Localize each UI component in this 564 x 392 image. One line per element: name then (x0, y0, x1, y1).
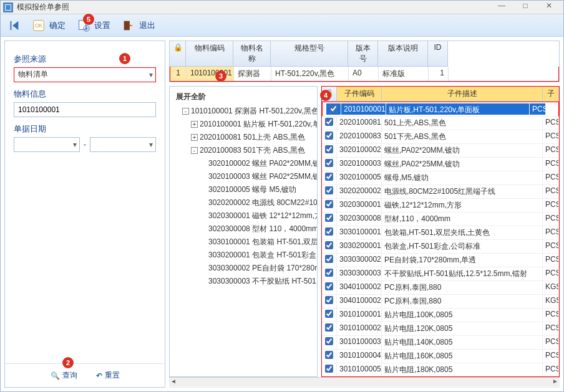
child-row[interactable]: 3020100002螺丝,PA02*20MM,镀叻PCS (322, 144, 559, 158)
col-id[interactable]: ID (428, 41, 448, 67)
collapse-icon[interactable]: - (182, 108, 189, 115)
tree-node[interactable]: 3020200002 电源线 80CM22#1005红黑 (172, 196, 314, 209)
child-row[interactable]: 3030100001包装箱,HT-501,双层夹纸,土黄色PCS (322, 226, 559, 240)
hscrollbar[interactable] (169, 377, 560, 388)
callout-4: 4 (320, 90, 331, 101)
tree-node[interactable]: -2020100083 501下壳 ABS,黑色 (172, 144, 314, 157)
material-label: 物料信息 (14, 88, 156, 100)
child-row[interactable]: 2020100083501下壳,ABS,黑色PCS (322, 130, 559, 144)
row-checkbox[interactable] (325, 214, 333, 222)
chevron-down-icon: ▾ (149, 70, 153, 79)
row-checkbox[interactable] (325, 159, 333, 167)
col-ver[interactable]: 版本号 (348, 41, 378, 67)
row-checkbox[interactable] (325, 351, 333, 359)
source-select[interactable]: 物料清单 ▾ (14, 67, 156, 82)
col-childunit[interactable]: 子 (543, 87, 559, 101)
child-row[interactable]: 3040100002PC原料,泰国,880KGS (322, 295, 559, 308)
date-from[interactable]: ▾ (14, 137, 80, 152)
row-checkbox[interactable] (325, 310, 333, 318)
bom-tree: 展开全阶 -1010100001 探测器 HT-501,220v,黑色 +201… (169, 86, 318, 377)
child-row[interactable]: 3010100001贴片电阻,100K,0805PCS (322, 308, 559, 322)
tree-node[interactable]: 3020100003 螺丝 PA02*25MM,镀叻 (172, 170, 314, 183)
query-button[interactable]: 🔍 查询 (51, 370, 77, 381)
tree-node[interactable]: 3020300001 磁铁 12*12*12mm,方形 (172, 209, 314, 222)
child-row[interactable]: 2020100081501上壳,ABS,黑色PCS (322, 117, 559, 130)
tree-node[interactable]: +2010100001 贴片板 HT-501,220v,单 (172, 118, 314, 131)
window-title: 模拟报价单参照 (17, 2, 490, 12)
row-checkbox[interactable] (325, 241, 333, 249)
material-input[interactable] (14, 102, 156, 117)
child-row[interactable]: 3040100002PC原料,泰国,880KGS (322, 281, 559, 295)
row-checkbox[interactable] (325, 269, 333, 277)
child-row[interactable]: 3030300003不干胶贴纸,HT-501贴纸,12.5*12.5mm,镭射P… (322, 267, 559, 281)
tree-node[interactable]: +2020100081 501上壳 ABS,黑色 (172, 131, 314, 144)
child-row[interactable]: 3010100003贴片电阻,140K,0805PCS (322, 336, 559, 350)
col-childcode[interactable]: 子件编码 (337, 87, 382, 101)
tree-node[interactable]: 3030200001 包装盒 HT-501彩盒,公司杉 (172, 249, 314, 262)
filter-panel: 参照来源 物料清单 ▾ 物料信息 单据日期 ▾ - ▾ 🔍 查询 (4, 41, 165, 388)
expand-all[interactable]: 展开全阶 (172, 90, 314, 105)
child-row[interactable]: 3030200001包装盒,HT-501彩盒,公司标准PCS (322, 240, 559, 254)
child-row[interactable]: 3020100005螺母,M5,镀叻PCS (322, 171, 559, 185)
material-grid: 🔒 物料编码 物料名称 规格型号 版本号 版本说明 ID 1 101010000… (169, 41, 560, 82)
row-checkbox[interactable] (325, 186, 333, 194)
row-checkbox[interactable] (325, 118, 333, 126)
exit-icon (122, 19, 135, 32)
col-code[interactable]: 物料编码 (186, 41, 233, 67)
first-button[interactable] (7, 19, 21, 32)
tree-node[interactable]: 3020300008 型材 110，4000mm (172, 222, 314, 236)
child-row[interactable]: 3010100002贴片电阻,120K,0805PCS (322, 322, 559, 336)
row-checkbox[interactable] (325, 173, 333, 181)
callout-2: 2 (62, 357, 74, 368)
ok-button[interactable]: OK 确定 (32, 19, 66, 32)
tree-node[interactable]: 3030100001 包装箱 HT-501,双层夹纸, (172, 236, 314, 249)
maximize-button[interactable]: □ (513, 1, 537, 14)
collapse-icon[interactable]: - (191, 147, 198, 154)
exit-label: 退出 (139, 20, 155, 31)
child-row[interactable]: 3020200002电源线,80CM22#1005红黑端子线PCS (322, 185, 559, 199)
tree-node[interactable]: 3030300003 不干胶贴纸 HT-501贴纸,1 (172, 275, 314, 288)
grid-row[interactable]: 1 1010100001 探测器 HT-501,220v,黑色 A0 标准版 1 (170, 67, 559, 82)
row-checkbox[interactable] (325, 323, 333, 332)
row-checkbox[interactable] (325, 145, 333, 153)
reset-button[interactable]: ↶ 重置 (96, 370, 120, 381)
tree-node[interactable]: 3030300002 PE自封袋 170*280mm,单送 (172, 262, 314, 275)
row-checkbox[interactable] (325, 296, 333, 304)
expand-icon[interactable]: + (191, 134, 198, 141)
minimize-button[interactable]: — (490, 1, 513, 14)
app-window: 1 2 3 4 5 模拟报价单参照 — □ ✕ OK 确定 设置 退出 参照来源 (0, 0, 564, 392)
row-checkbox[interactable] (329, 105, 338, 113)
row-checkbox[interactable] (325, 200, 333, 208)
row-checkbox[interactable] (325, 255, 333, 263)
row-checkbox[interactable] (325, 131, 333, 140)
row-checkbox[interactable] (325, 227, 333, 236)
tree-node[interactable]: 3020100002 螺丝 PA02*20MM,镀叻 (172, 157, 314, 170)
col-name[interactable]: 物料名称 (233, 41, 271, 67)
child-body[interactable]: 2010100001贴片板,HT-501,220v,单面板PCS20201000… (322, 102, 559, 376)
expand-icon[interactable]: + (191, 121, 198, 128)
child-row[interactable]: 3030300002PE自封袋,170*280mm,单透PCS (322, 254, 559, 267)
titlebar: 模拟报价单参照 — □ ✕ (1, 1, 563, 14)
child-row[interactable]: 3020100003螺丝,PA02*25MM,镀叻PCS (322, 158, 559, 171)
row-checkbox[interactable] (325, 337, 333, 345)
col-desc[interactable]: 版本说明 (378, 41, 428, 67)
chevron-down-icon: ▾ (149, 140, 153, 149)
date-to[interactable]: ▾ (90, 137, 156, 152)
settings-label: 设置 (94, 20, 110, 31)
lock-icon: 🔒 (173, 43, 183, 52)
child-row[interactable]: 3020300001磁铁,12*12*12mm,方形PCS (322, 199, 559, 213)
row-checkbox[interactable] (325, 365, 333, 373)
child-row[interactable]: 3020300008型材,110，4000mmPCS (322, 213, 559, 226)
callout-5: 5 (83, 14, 94, 25)
tree-root[interactable]: -1010100001 探测器 HT-501,220v,黑色 (172, 105, 314, 118)
child-row[interactable]: 3010100005贴片电阻,180K,0805PCS (322, 363, 559, 376)
col-childdesc[interactable]: 子件描述 (382, 87, 543, 101)
row-checkbox[interactable] (325, 282, 333, 290)
col-lock[interactable]: 🔒 (170, 41, 186, 67)
exit-button[interactable]: 退出 (122, 19, 155, 32)
tree-node[interactable]: 3020100005 螺母 M5,镀叻 (172, 183, 314, 196)
close-button[interactable]: ✕ (537, 1, 561, 14)
col-spec[interactable]: 规格型号 (271, 41, 348, 67)
child-row[interactable]: 2010100001贴片板,HT-501,220v,单面板PCS (322, 102, 559, 117)
child-row[interactable]: 3010100004贴片电阻,160K,0805PCS (322, 350, 559, 363)
